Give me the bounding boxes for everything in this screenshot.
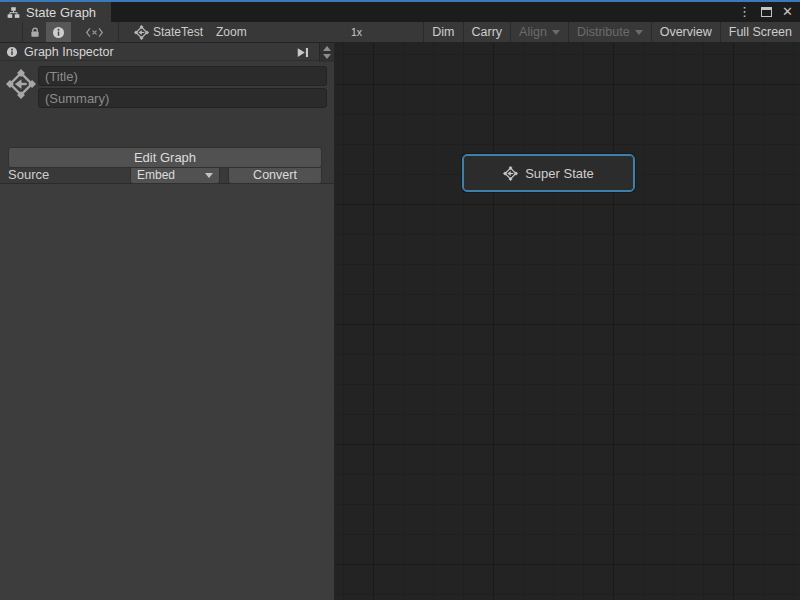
dim-label: Dim [432, 22, 454, 42]
graph-inspector-panel: Graph Inspector [0, 43, 335, 600]
code-view-button[interactable] [71, 22, 118, 42]
info-icon [6, 46, 18, 58]
carry-label: Carry [472, 22, 503, 42]
distribute-label: Distribute [577, 22, 630, 42]
state-icon [503, 166, 518, 181]
window-menu-icon[interactable]: ⋮ [735, 2, 754, 22]
source-dropdown-value: Embed [137, 168, 175, 182]
graph-name-label[interactable]: StateTest [153, 22, 203, 42]
toolbar-separator [118, 22, 119, 42]
overview-button[interactable]: Overview [651, 22, 720, 42]
dim-button[interactable]: Dim [423, 22, 462, 42]
inspector-empty-area [0, 183, 334, 600]
align-label: Align [519, 22, 547, 42]
state-graph-window: State Graph ⋮ ✕ [0, 0, 800, 600]
arrow-down-icon [323, 54, 331, 59]
graph-canvas[interactable]: Super State [335, 43, 800, 600]
super-state-node[interactable]: Super State [462, 154, 635, 192]
full-screen-label: Full Screen [729, 22, 792, 42]
toolbar-actions: Dim Carry Align Distribute Overview Full… [423, 22, 800, 43]
tab-bar: State Graph ⋮ ✕ [0, 2, 800, 22]
chevron-down-icon [552, 30, 560, 35]
close-icon[interactable]: ✕ [779, 2, 796, 22]
state-graph-icon-large [6, 69, 36, 99]
overview-label: Overview [660, 22, 712, 42]
carry-button[interactable]: Carry [463, 22, 511, 42]
inspector-title: Graph Inspector [24, 45, 114, 59]
source-label: Source [8, 166, 49, 184]
zoom-label: Zoom [216, 22, 247, 42]
panel-stepper[interactable] [319, 43, 334, 62]
window-controls: ⋮ ✕ [735, 2, 796, 22]
edit-graph-label: Edit Graph [134, 150, 196, 165]
tab-state-graph[interactable]: State Graph [0, 2, 111, 22]
summary-field[interactable] [38, 88, 327, 108]
title-field[interactable] [38, 66, 327, 86]
node-label: Super State [525, 166, 594, 181]
graph-toolbar: StateTest Zoom 1x Dim Carry Align Distri… [0, 22, 800, 43]
source-dropdown[interactable]: Embed [130, 166, 220, 184]
arrow-up-icon [323, 46, 331, 51]
chevron-down-icon [635, 30, 643, 35]
code-icon [85, 27, 104, 38]
chevron-down-icon [205, 173, 213, 178]
lock-button[interactable] [23, 22, 46, 42]
zoom-value: 1x [351, 22, 362, 42]
convert-button[interactable]: Convert [228, 166, 322, 184]
lock-icon [29, 26, 41, 39]
info-icon [52, 26, 65, 39]
align-button[interactable]: Align [510, 22, 568, 42]
state-graph-icon [133, 22, 150, 42]
dock-panel-button[interactable] [292, 44, 314, 60]
graph-hierarchy-icon [7, 6, 20, 19]
distribute-button[interactable]: Distribute [568, 22, 651, 42]
maximize-icon[interactable] [761, 7, 772, 17]
inspector-toggle-button[interactable] [46, 22, 71, 42]
dock-right-icon [296, 47, 310, 58]
full-screen-button[interactable]: Full Screen [720, 22, 800, 42]
tab-label: State Graph [26, 5, 96, 20]
convert-label: Convert [253, 168, 297, 182]
inspector-header: Graph Inspector [0, 43, 334, 61]
edit-graph-button[interactable]: Edit Graph [8, 147, 322, 168]
